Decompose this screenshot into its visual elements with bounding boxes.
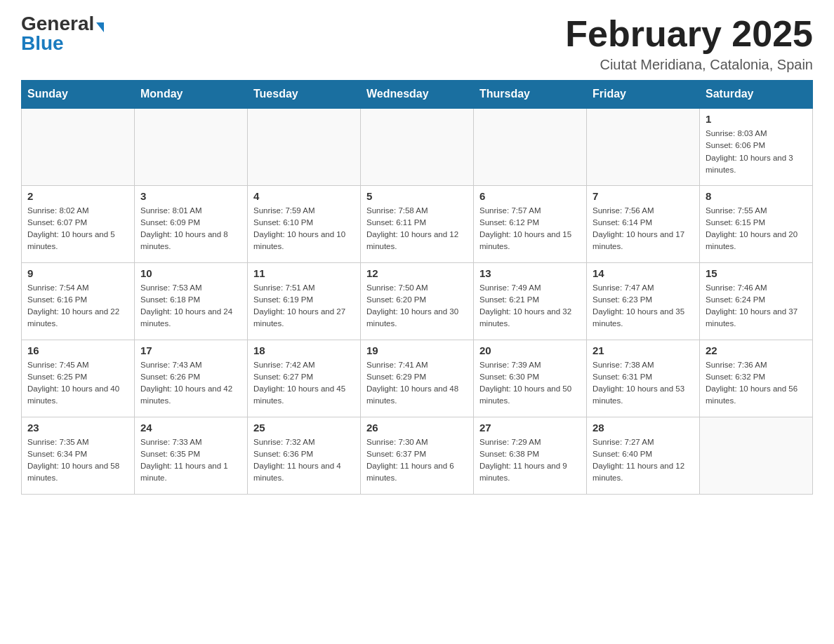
- day-info: Sunrise: 7:53 AMSunset: 6:18 PMDaylight:…: [140, 282, 241, 330]
- day-info: Sunrise: 7:33 AMSunset: 6:35 PMDaylight:…: [140, 436, 241, 485]
- day-info: Sunrise: 7:42 AMSunset: 6:27 PMDaylight:…: [253, 359, 355, 408]
- day-number: 9: [27, 267, 128, 279]
- day-info: Sunrise: 7:38 AMSunset: 6:31 PMDaylight:…: [593, 359, 694, 408]
- day-number: 24: [140, 422, 241, 434]
- header-friday: Friday: [587, 81, 700, 109]
- day-info: Sunrise: 7:39 AMSunset: 6:30 PMDaylight:…: [479, 359, 581, 408]
- day-number: 21: [593, 344, 694, 356]
- day-number: 23: [27, 422, 128, 434]
- calendar-cell: 4Sunrise: 7:59 AMSunset: 6:10 PMDaylight…: [248, 185, 361, 262]
- calendar-week-row: 16Sunrise: 7:45 AMSunset: 6:25 PMDayligh…: [22, 340, 813, 417]
- day-number: 17: [140, 344, 241, 356]
- calendar-cell: [587, 108, 700, 185]
- day-info: Sunrise: 7:59 AMSunset: 6:10 PMDaylight:…: [253, 205, 355, 253]
- title-block: February 2025 Ciutat Meridiana, Cataloni…: [565, 14, 813, 73]
- day-info: Sunrise: 7:51 AMSunset: 6:19 PMDaylight:…: [253, 282, 355, 330]
- day-number: 27: [479, 422, 581, 434]
- day-info: Sunrise: 7:35 AMSunset: 6:34 PMDaylight:…: [27, 436, 128, 485]
- day-info: Sunrise: 7:46 AMSunset: 6:24 PMDaylight:…: [706, 282, 807, 330]
- header-tuesday: Tuesday: [248, 81, 361, 109]
- calendar-week-row: 1Sunrise: 8:03 AMSunset: 6:06 PMDaylight…: [22, 108, 813, 185]
- calendar-cell: 1Sunrise: 8:03 AMSunset: 6:06 PMDaylight…: [700, 108, 813, 185]
- header-saturday: Saturday: [700, 81, 813, 109]
- day-number: 12: [366, 267, 468, 279]
- logo-general: General: [21, 13, 94, 34]
- calendar-cell: 2Sunrise: 8:02 AMSunset: 6:07 PMDaylight…: [22, 185, 135, 262]
- day-info: Sunrise: 7:29 AMSunset: 6:38 PMDaylight:…: [479, 436, 581, 485]
- day-info: Sunrise: 7:41 AMSunset: 6:29 PMDaylight:…: [366, 359, 468, 408]
- calendar-cell: 18Sunrise: 7:42 AMSunset: 6:27 PMDayligh…: [248, 340, 361, 417]
- day-info: Sunrise: 7:32 AMSunset: 6:36 PMDaylight:…: [253, 436, 355, 485]
- header-thursday: Thursday: [474, 81, 587, 109]
- calendar-cell: [361, 108, 474, 185]
- day-info: Sunrise: 7:57 AMSunset: 6:12 PMDaylight:…: [479, 205, 581, 253]
- calendar-cell: 12Sunrise: 7:50 AMSunset: 6:20 PMDayligh…: [361, 262, 474, 340]
- day-number: 19: [366, 344, 468, 356]
- day-info: Sunrise: 7:49 AMSunset: 6:21 PMDaylight:…: [479, 282, 581, 330]
- day-number: 22: [706, 344, 807, 356]
- day-info: Sunrise: 7:47 AMSunset: 6:23 PMDaylight:…: [593, 282, 694, 330]
- calendar-header: Sunday Monday Tuesday Wednesday Thursday…: [22, 81, 813, 109]
- calendar-cell: 15Sunrise: 7:46 AMSunset: 6:24 PMDayligh…: [700, 262, 813, 340]
- calendar-cell: 22Sunrise: 7:36 AMSunset: 6:32 PMDayligh…: [700, 340, 813, 417]
- calendar-cell: 16Sunrise: 7:45 AMSunset: 6:25 PMDayligh…: [22, 340, 135, 417]
- day-info: Sunrise: 7:56 AMSunset: 6:14 PMDaylight:…: [593, 205, 694, 253]
- logo-text: General: [21, 14, 104, 34]
- day-info: Sunrise: 7:30 AMSunset: 6:37 PMDaylight:…: [366, 436, 468, 485]
- calendar-cell: 26Sunrise: 7:30 AMSunset: 6:37 PMDayligh…: [361, 417, 474, 494]
- calendar-cell: 20Sunrise: 7:39 AMSunset: 6:30 PMDayligh…: [474, 340, 587, 417]
- calendar-cell: 5Sunrise: 7:58 AMSunset: 6:11 PMDaylight…: [361, 185, 474, 262]
- day-info: Sunrise: 7:27 AMSunset: 6:40 PMDaylight:…: [593, 436, 694, 485]
- calendar-cell: 17Sunrise: 7:43 AMSunset: 6:26 PMDayligh…: [135, 340, 248, 417]
- day-number: 7: [593, 190, 694, 202]
- header-wednesday: Wednesday: [361, 81, 474, 109]
- day-number: 8: [706, 190, 807, 202]
- calendar-cell: 9Sunrise: 7:54 AMSunset: 6:16 PMDaylight…: [22, 262, 135, 340]
- day-number: 18: [253, 344, 355, 356]
- calendar-cell: 24Sunrise: 7:33 AMSunset: 6:35 PMDayligh…: [135, 417, 248, 494]
- logo-blue: Blue: [21, 34, 64, 53]
- calendar-cell: 6Sunrise: 7:57 AMSunset: 6:12 PMDaylight…: [474, 185, 587, 262]
- logo: General Blue: [21, 14, 104, 53]
- day-info: Sunrise: 7:43 AMSunset: 6:26 PMDaylight:…: [140, 359, 241, 408]
- day-number: 1: [706, 113, 807, 125]
- day-info: Sunrise: 8:01 AMSunset: 6:09 PMDaylight:…: [140, 205, 241, 253]
- day-number: 6: [479, 190, 581, 202]
- day-number: 26: [366, 422, 468, 434]
- day-number: 16: [27, 344, 128, 356]
- day-number: 25: [253, 422, 355, 434]
- calendar-week-row: 23Sunrise: 7:35 AMSunset: 6:34 PMDayligh…: [22, 417, 813, 494]
- calendar-cell: 11Sunrise: 7:51 AMSunset: 6:19 PMDayligh…: [248, 262, 361, 340]
- day-info: Sunrise: 7:50 AMSunset: 6:20 PMDaylight:…: [366, 282, 468, 330]
- day-number: 15: [706, 267, 807, 279]
- day-number: 11: [253, 267, 355, 279]
- day-info: Sunrise: 7:45 AMSunset: 6:25 PMDaylight:…: [27, 359, 128, 408]
- calendar-cell: 10Sunrise: 7:53 AMSunset: 6:18 PMDayligh…: [135, 262, 248, 340]
- day-info: Sunrise: 7:55 AMSunset: 6:15 PMDaylight:…: [706, 205, 807, 253]
- day-number: 5: [366, 190, 468, 202]
- day-number: 13: [479, 267, 581, 279]
- day-number: 14: [593, 267, 694, 279]
- calendar-cell: 13Sunrise: 7:49 AMSunset: 6:21 PMDayligh…: [474, 262, 587, 340]
- calendar-cell: 28Sunrise: 7:27 AMSunset: 6:40 PMDayligh…: [587, 417, 700, 494]
- calendar-week-row: 2Sunrise: 8:02 AMSunset: 6:07 PMDaylight…: [22, 185, 813, 262]
- calendar-cell: 7Sunrise: 7:56 AMSunset: 6:14 PMDaylight…: [587, 185, 700, 262]
- page-header: General Blue February 2025 Ciutat Meridi…: [21, 14, 813, 73]
- calendar-cell: 21Sunrise: 7:38 AMSunset: 6:31 PMDayligh…: [587, 340, 700, 417]
- calendar-cell: 19Sunrise: 7:41 AMSunset: 6:29 PMDayligh…: [361, 340, 474, 417]
- calendar-body: 1Sunrise: 8:03 AMSunset: 6:06 PMDaylight…: [22, 108, 813, 494]
- calendar-cell: [700, 417, 813, 494]
- calendar-cell: 27Sunrise: 7:29 AMSunset: 6:38 PMDayligh…: [474, 417, 587, 494]
- calendar-cell: 23Sunrise: 7:35 AMSunset: 6:34 PMDayligh…: [22, 417, 135, 494]
- day-info: Sunrise: 8:02 AMSunset: 6:07 PMDaylight:…: [27, 205, 128, 253]
- calendar-cell: [135, 108, 248, 185]
- location-title: Ciutat Meridiana, Catalonia, Spain: [565, 57, 813, 73]
- header-monday: Monday: [135, 81, 248, 109]
- day-info: Sunrise: 7:54 AMSunset: 6:16 PMDaylight:…: [27, 282, 128, 330]
- day-number: 10: [140, 267, 241, 279]
- month-title: February 2025: [565, 14, 813, 54]
- calendar-cell: 3Sunrise: 8:01 AMSunset: 6:09 PMDaylight…: [135, 185, 248, 262]
- calendar-cell: [474, 108, 587, 185]
- calendar-week-row: 9Sunrise: 7:54 AMSunset: 6:16 PMDaylight…: [22, 262, 813, 340]
- day-number: 20: [479, 344, 581, 356]
